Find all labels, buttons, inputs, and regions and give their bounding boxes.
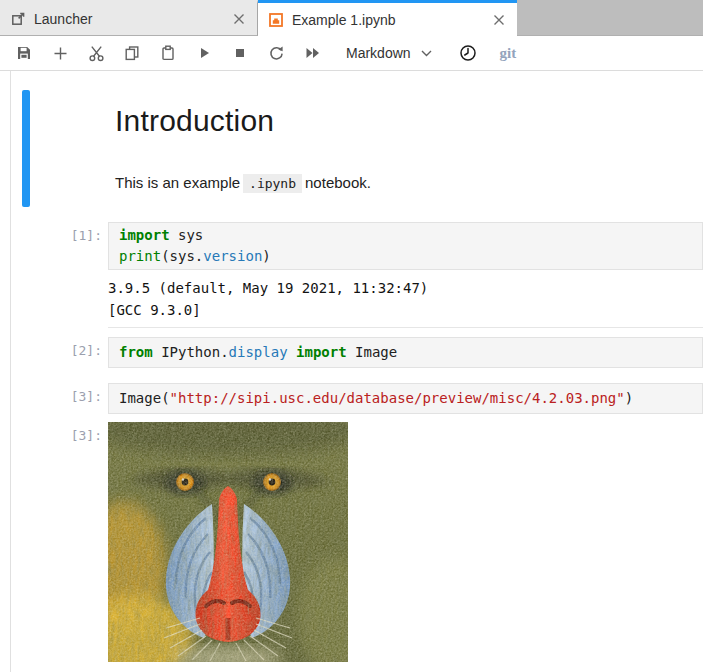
- input-prompt: [1]:: [0, 228, 102, 243]
- cell-output-text: 3.9.5 (default, May 19 2021, 11:32:47)[G…: [108, 278, 428, 321]
- notebook-toolbar: Markdown git: [0, 36, 703, 71]
- restart-icon: [268, 45, 285, 62]
- kernel-history-button[interactable]: [450, 39, 486, 67]
- code-token: import: [119, 227, 170, 243]
- code-line: print(sys.version): [119, 246, 692, 267]
- cut-icon: [88, 45, 105, 62]
- input-prompt: [2]:: [0, 343, 102, 358]
- close-icon[interactable]: [491, 12, 507, 28]
- fast-forward-icon: [304, 45, 321, 61]
- cut-cells-button[interactable]: [78, 39, 114, 67]
- code-token: "http://sipi.usc.edu/database/preview/mi…: [170, 390, 625, 406]
- run-icon: [196, 45, 212, 61]
- code-token: IPython.: [153, 344, 229, 360]
- tab-example-notebook[interactable]: Example 1.ipynb: [258, 0, 517, 36]
- interrupt-kernel-button[interactable]: [222, 39, 258, 67]
- markdown-heading: Introduction: [115, 104, 274, 138]
- tab-label: Example 1.ipynb: [292, 12, 485, 28]
- code-cell-input[interactable]: from IPython.display import Image: [108, 337, 703, 368]
- code-token: Image: [347, 344, 398, 360]
- code-token: sys: [170, 227, 204, 243]
- code-token: Image(: [119, 390, 170, 406]
- clock-icon: [459, 44, 477, 62]
- paste-icon: [160, 45, 176, 61]
- code-token: [288, 344, 296, 360]
- tab-launcher[interactable]: Launcher: [0, 0, 258, 36]
- code-line: Image("http://sipi.usc.edu/database/prev…: [119, 388, 692, 409]
- save-button[interactable]: [6, 39, 42, 67]
- panel-left-border: [10, 71, 11, 672]
- output-line: 3.9.5 (default, May 19 2021, 11:32:47): [108, 278, 428, 300]
- dock-tab-bar: Launcher Example 1.ipynb: [0, 0, 703, 36]
- tab-bar-empty-space: [517, 0, 703, 36]
- code-token: version: [203, 248, 262, 264]
- cell-type-value: Markdown: [346, 45, 411, 61]
- paragraph-text: notebook.: [305, 174, 371, 191]
- copy-cells-button[interactable]: [114, 39, 150, 67]
- code-line: import sys: [119, 225, 692, 246]
- code-token: (sys.: [161, 248, 203, 264]
- cell-type-dropdown[interactable]: Markdown: [346, 45, 432, 61]
- copy-icon: [124, 45, 140, 61]
- inline-code: .ipynb: [243, 174, 302, 193]
- cell-separator: [108, 327, 703, 328]
- code-token: from: [119, 344, 153, 360]
- markdown-paragraph: This is an example.ipynbnotebook.: [115, 174, 371, 191]
- paragraph-text: This is an example: [115, 174, 240, 191]
- code-line: from IPython.display import Image: [119, 342, 692, 363]
- selected-cell-collapser[interactable]: [22, 90, 30, 207]
- insert-cell-button[interactable]: [42, 39, 78, 67]
- notebook-panel: Introduction This is an example.ipynbnot…: [0, 71, 703, 672]
- stop-icon: [232, 45, 248, 61]
- code-cell-input[interactable]: Image("http://sipi.usc.edu/database/prev…: [108, 383, 703, 414]
- cell-output-image: [108, 422, 348, 662]
- save-icon: [16, 45, 32, 61]
- code-token: print: [119, 248, 161, 264]
- tab-label: Launcher: [34, 11, 225, 27]
- code-cell-input[interactable]: import sysprint(sys.version): [108, 222, 703, 270]
- output-line: [GCC 9.3.0]: [108, 300, 428, 322]
- notebook-icon: [268, 12, 284, 28]
- paste-cells-button[interactable]: [150, 39, 186, 67]
- launcher-icon: [10, 11, 26, 27]
- mandrill-image: [108, 422, 348, 662]
- output-prompt: [3]:: [0, 428, 102, 443]
- code-token: import: [296, 344, 347, 360]
- code-token: ): [625, 390, 633, 406]
- restart-run-all-button[interactable]: [294, 39, 330, 67]
- plus-icon: [53, 46, 68, 61]
- close-icon[interactable]: [231, 11, 247, 27]
- git-extension-label: git: [500, 45, 517, 62]
- run-cell-button[interactable]: [186, 39, 222, 67]
- input-prompt: [3]:: [0, 389, 102, 404]
- code-token: display: [229, 344, 288, 360]
- chevron-down-icon: [421, 50, 432, 57]
- code-token: ): [262, 248, 270, 264]
- restart-kernel-button[interactable]: [258, 39, 294, 67]
